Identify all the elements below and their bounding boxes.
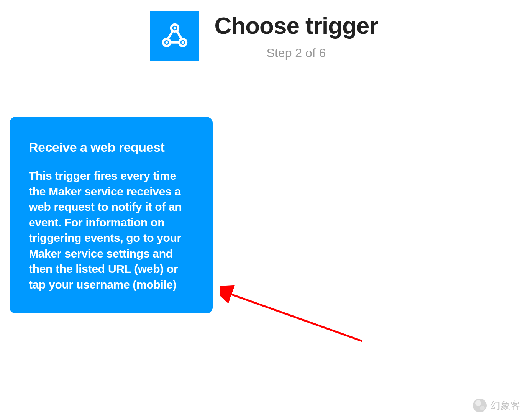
trigger-card-title: Receive a web request [29, 140, 195, 155]
webhook-icon [159, 20, 191, 52]
svg-point-3 [173, 27, 176, 30]
trigger-card-description: This trigger fires every time the Maker … [29, 168, 195, 292]
step-indicator: Step 2 of 6 [267, 46, 326, 60]
page-header: Choose trigger Step 2 of 6 [0, 0, 528, 61]
webhook-icon-box [150, 11, 199, 61]
svg-point-4 [165, 41, 168, 44]
page-title: Choose trigger [215, 12, 378, 39]
watermark-avatar-icon [473, 399, 487, 412]
watermark: 幻象客 [473, 399, 520, 412]
watermark-text: 幻象客 [490, 399, 520, 412]
trigger-card-receive-web-request[interactable]: Receive a web request This trigger fires… [10, 117, 213, 313]
arrow-annotation-icon [220, 280, 374, 356]
svg-line-7 [228, 293, 362, 341]
svg-point-5 [181, 41, 184, 44]
title-block: Choose trigger Step 2 of 6 [215, 12, 378, 60]
